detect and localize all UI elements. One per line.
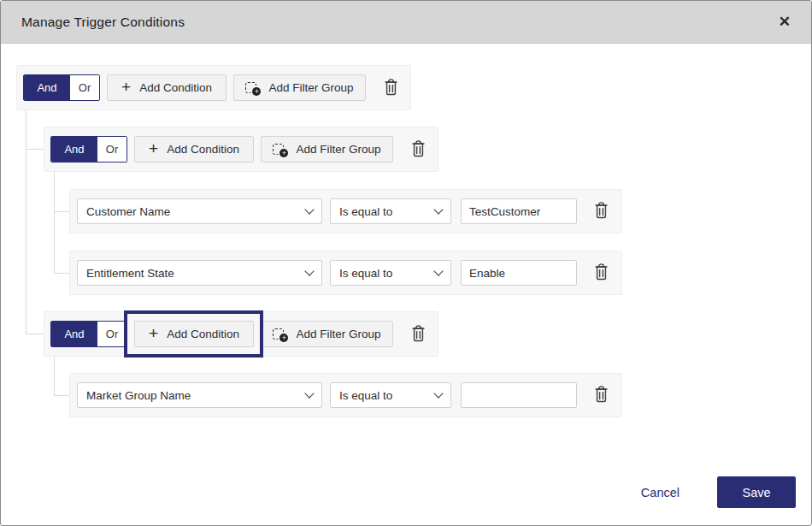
filter-group-icon: + [273, 328, 287, 341]
add-filter-group-label: Add Filter Group [296, 143, 380, 156]
operator-select[interactable]: Is equal to [330, 198, 451, 224]
dialog-title: Manage Trigger Conditions [21, 15, 185, 30]
trash-icon [383, 78, 399, 98]
value-input[interactable] [461, 260, 577, 286]
and-toggle-option[interactable]: And [51, 322, 97, 346]
or-toggle-option[interactable]: Or [97, 322, 127, 346]
delete-group-button[interactable] [409, 322, 428, 346]
or-toggle-option[interactable]: Or [97, 137, 127, 162]
chevron-down-icon [433, 204, 443, 214]
add-filter-group-button[interactable]: + Add Filter Group [261, 321, 393, 347]
chevron-down-icon [433, 388, 443, 398]
delete-condition-button[interactable] [591, 383, 611, 407]
trash-icon [593, 263, 609, 283]
trash-icon [410, 324, 427, 345]
add-condition-button[interactable]: + Add Condition [107, 74, 227, 101]
filter-group-nested-2: And Or + Add Condition + Add Filter Grou… [44, 311, 438, 357]
delete-group-button[interactable] [381, 76, 401, 100]
chevron-down-icon [304, 204, 314, 214]
condition-row-3: Market Group Name Is equal to [69, 373, 622, 417]
and-toggle-option[interactable]: And [51, 137, 97, 162]
operator-select[interactable]: Is equal to [330, 382, 451, 408]
chevron-down-icon [304, 388, 314, 398]
and-toggle-option[interactable]: And [24, 75, 70, 100]
value-input[interactable] [461, 198, 577, 224]
delete-group-button[interactable] [409, 138, 428, 162]
add-filter-group-button[interactable]: + Add Filter Group [261, 136, 393, 163]
delete-condition-button[interactable] [591, 261, 611, 285]
or-toggle-option[interactable]: Or [70, 75, 99, 100]
condition-row-1: Customer Name Is equal to [69, 189, 622, 233]
connector-line [54, 273, 69, 274]
filter-group-root: And Or + Add Condition + Add Filter Grou… [16, 65, 411, 110]
connector-line [26, 110, 26, 334]
trash-icon [410, 139, 427, 160]
operator-select[interactable]: Is equal to [330, 260, 451, 286]
connector-line [26, 149, 44, 150]
add-filter-group-button[interactable]: + Add Filter Group [233, 74, 366, 101]
plus-icon: + [121, 79, 131, 95]
dialog-header: Manage Trigger Conditions ✕ [1, 1, 811, 44]
add-filter-group-label: Add Filter Group [268, 81, 353, 94]
add-condition-label: Add Condition [139, 81, 212, 94]
connector-line [54, 172, 55, 273]
field-select[interactable]: Entitlement State [77, 260, 322, 286]
delete-condition-button[interactable] [591, 199, 611, 223]
close-icon[interactable]: ✕ [774, 11, 796, 33]
condition-row-2: Entitlement State Is equal to [69, 251, 622, 295]
filter-group-icon: + [273, 143, 287, 157]
add-condition-button-highlighted[interactable]: + Add Condition [134, 321, 254, 347]
connector-line [54, 357, 55, 395]
plus-icon: + [149, 325, 158, 341]
chevron-down-icon [433, 266, 443, 275]
save-button[interactable]: Save [717, 476, 796, 508]
add-filter-group-label: Add Filter Group [296, 328, 380, 340]
connector-line [54, 211, 69, 212]
field-select[interactable]: Market Group Name [77, 382, 322, 408]
plus-icon: + [149, 140, 158, 157]
and-or-toggle[interactable]: And Or [23, 74, 100, 101]
filter-group-nested-1: And Or + Add Condition + Add Filter Grou… [44, 127, 438, 172]
add-condition-button[interactable]: + Add Condition [134, 136, 254, 163]
filter-group-icon: + [245, 81, 260, 95]
field-select[interactable]: Customer Name [77, 198, 322, 224]
add-condition-label: Add Condition [167, 143, 239, 156]
manage-trigger-conditions-dialog: Manage Trigger Conditions ✕ And Or + Add… [0, 0, 812, 526]
connector-line [26, 334, 44, 334]
dialog-footer: Cancel Save [641, 476, 796, 508]
add-condition-label: Add Condition [167, 328, 239, 340]
and-or-toggle[interactable]: And Or [50, 136, 127, 163]
connector-line [54, 395, 69, 396]
chevron-down-icon [304, 266, 314, 275]
trash-icon [593, 201, 609, 222]
cancel-button[interactable]: Cancel [641, 486, 680, 499]
and-or-toggle[interactable]: And Or [50, 321, 127, 347]
value-input[interactable] [461, 382, 577, 408]
trash-icon [593, 385, 609, 405]
